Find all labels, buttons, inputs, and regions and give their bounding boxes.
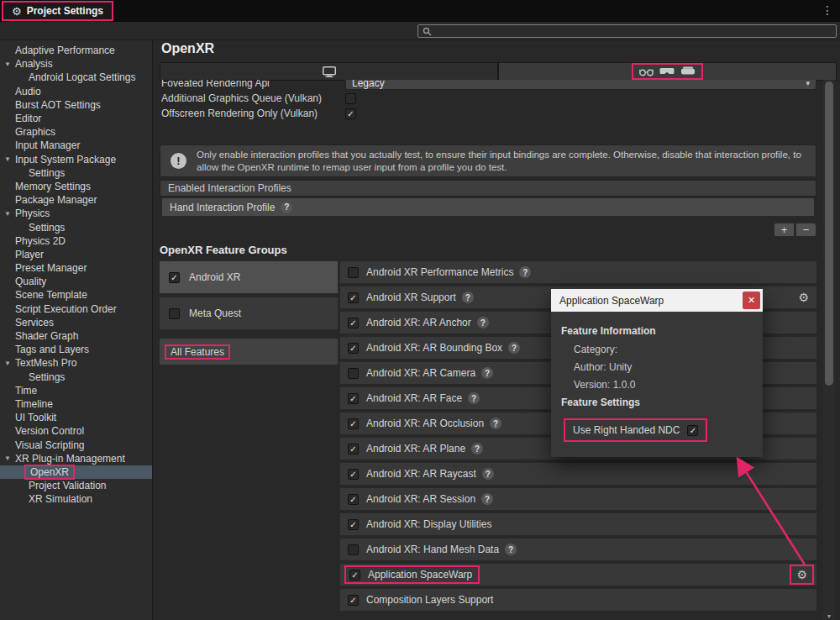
sidebar-item-services[interactable]: Services	[0, 316, 152, 329]
checkbox[interactable]: ✓	[348, 595, 359, 606]
sidebar-item-label: Project Validation	[29, 480, 107, 491]
checkbox[interactable]: ✓	[348, 494, 359, 505]
feature-group-meta-quest[interactable]: Meta Quest	[160, 297, 338, 329]
sidebar-item-settings[interactable]: Settings	[0, 166, 152, 180]
remove-profile-button[interactable]: −	[795, 223, 816, 237]
sidebar-item-input-manager[interactable]: Input Manager	[0, 139, 152, 152]
foldout-arrow-icon[interactable]: ▼	[4, 454, 15, 462]
feature-row-android-xr-ar-raycast[interactable]: ✓Android XR: AR Raycast?	[340, 463, 816, 485]
sidebar-item-label: Adaptive Performance	[15, 45, 115, 56]
sidebar-item-xr-simulation[interactable]: XR Simulation	[0, 492, 152, 506]
add-profile-button[interactable]: +	[774, 223, 795, 237]
vertical-scrollbar[interactable]: ▼	[823, 80, 835, 620]
feature-settings-gear-icon[interactable]: ⚙	[798, 292, 809, 303]
sidebar-item-input-system-package[interactable]: ▼Input System Package	[0, 153, 152, 166]
help-icon[interactable]: ?	[468, 392, 480, 404]
sidebar-item-timeline[interactable]: Timeline	[0, 397, 152, 411]
help-icon[interactable]: ?	[505, 544, 517, 555]
sidebar-item-package-manager[interactable]: Package Manager	[0, 193, 152, 207]
sidebar-item-scene-template[interactable]: Scene Template	[0, 288, 152, 302]
sidebar-item-adaptive-performance[interactable]: Adaptive Performance	[0, 44, 152, 57]
checkbox[interactable]: ✓	[348, 418, 359, 429]
sidebar-item-script-execution-order[interactable]: Script Execution Order	[0, 302, 152, 316]
feature-settings-gear-icon[interactable]: ⚙	[790, 565, 814, 585]
sidebar-item-version-control[interactable]: Version Control	[0, 424, 152, 438]
help-icon[interactable]: ?	[281, 202, 292, 213]
sidebar-item-settings[interactable]: Settings	[0, 370, 152, 384]
tab-android-xr[interactable]	[498, 62, 837, 81]
sidebar-item-physics-2d[interactable]: Physics 2D	[0, 234, 152, 248]
scrollbar-thumb[interactable]	[825, 81, 833, 386]
checkbox[interactable]: ✓	[345, 108, 356, 119]
sidebar-item-audio[interactable]: Audio	[0, 85, 152, 98]
sidebar-item-visual-scripting[interactable]: Visual Scripting	[0, 438, 152, 451]
use-right-handed-ndc-checkbox[interactable]: ✓	[687, 425, 698, 436]
foldout-arrow-icon[interactable]: ▼	[4, 60, 15, 68]
checkbox[interactable]: ✓	[169, 272, 180, 283]
checkbox[interactable]	[348, 544, 359, 555]
feature-row-android-xr-display-utilities[interactable]: ✓Android XR: Display Utilities	[340, 513, 816, 535]
help-icon[interactable]: ?	[477, 317, 489, 328]
sidebar-item-analysis[interactable]: ▼Analysis	[0, 57, 152, 71]
checkbox[interactable]: ✓	[348, 318, 359, 328]
help-icon[interactable]: ?	[471, 443, 483, 454]
checkbox[interactable]	[345, 93, 356, 104]
sidebar-item-burst-aot-settings[interactable]: Burst AOT Settings	[0, 98, 152, 112]
sidebar-item-ui-toolkit[interactable]: UI Toolkit	[0, 411, 152, 424]
sidebar-item-player[interactable]: Player	[0, 248, 152, 261]
foveated-rendering-api-dropdown[interactable]: Legacy▾	[345, 80, 816, 90]
help-icon[interactable]: ?	[490, 418, 501, 429]
scrollbar-down-arrow-icon[interactable]: ▼	[823, 613, 835, 619]
feature-group-android-xr[interactable]: ✓Android XR	[160, 261, 338, 293]
checkbox[interactable]	[348, 368, 359, 379]
help-icon[interactable]: ?	[481, 367, 493, 379]
popup-close-button[interactable]: ✕	[743, 292, 760, 309]
foldout-arrow-icon[interactable]: ▼	[4, 360, 15, 367]
checkbox[interactable]: ✓	[348, 393, 359, 404]
checkbox[interactable]: ✓	[348, 519, 359, 530]
sidebar-item-quality[interactable]: Quality	[0, 275, 152, 288]
feature-row-android-xr-performance-metrics[interactable]: Android XR Performance Metrics?	[340, 261, 816, 283]
checkbox[interactable]	[348, 267, 359, 278]
help-icon[interactable]: ?	[508, 342, 520, 354]
sidebar-item-xr-plug-in-management[interactable]: ▼XR Plug-in Management	[0, 452, 152, 465]
checkbox[interactable]	[169, 308, 180, 319]
sidebar-item-textmesh-pro[interactable]: ▼TextMesh Pro	[0, 356, 152, 370]
feature-row-android-xr-hand-mesh-data[interactable]: Android XR: Hand Mesh Data?	[340, 539, 816, 560]
sidebar-item-android-logcat-settings[interactable]: Android Logcat Settings	[0, 71, 152, 84]
checkbox[interactable]: ✓	[348, 343, 359, 354]
help-icon[interactable]: ?	[482, 468, 494, 480]
sidebar-item-editor[interactable]: Editor	[0, 112, 152, 125]
foldout-arrow-icon[interactable]: ▼	[4, 210, 15, 218]
feature-row-composition-layers-support[interactable]: ✓Composition Layers Support	[340, 589, 816, 611]
feature-row-android-xr-ar-session[interactable]: ✓Android XR: AR Session?	[340, 488, 816, 510]
sidebar-item-label: Analysis	[15, 58, 53, 70]
sidebar-item-openxr[interactable]: OpenXR	[0, 465, 152, 479]
sidebar-item-tags-and-layers[interactable]: Tags and Layers	[0, 343, 152, 356]
search-input[interactable]	[435, 26, 832, 36]
feature-group-all-features[interactable]: All Features	[160, 339, 338, 365]
checkbox[interactable]: ✓	[348, 444, 359, 454]
foldout-arrow-icon[interactable]: ▼	[4, 155, 15, 163]
help-icon[interactable]: ?	[462, 292, 474, 303]
sidebar-item-settings[interactable]: Settings	[0, 220, 152, 234]
tab-standalone[interactable]	[160, 62, 498, 81]
sidebar-item-graphics[interactable]: Graphics	[0, 125, 152, 139]
sidebar-item-preset-manager[interactable]: Preset Manager	[0, 261, 152, 275]
search-field[interactable]	[417, 24, 837, 38]
profile-row-hand-interaction-profile[interactable]: Hand Interaction Profile?	[162, 198, 814, 216]
help-icon[interactable]: ?	[481, 493, 493, 505]
help-icon[interactable]: ?	[519, 266, 531, 278]
sidebar-item-project-validation[interactable]: Project Validation	[0, 479, 152, 492]
sidebar-item-shader-graph[interactable]: Shader Graph	[0, 329, 152, 343]
feature-toggle-group: ✓Android XR: AR Plane?	[348, 443, 483, 454]
feature-row-application-spacewarp[interactable]: ✓Application SpaceWarp⚙	[340, 564, 816, 586]
window-tab-project-settings[interactable]: ⚙ Project Settings	[2, 1, 113, 21]
sidebar-item-physics[interactable]: ▼Physics	[0, 207, 152, 220]
checkbox[interactable]: ✓	[349, 570, 360, 581]
window-menu-icon[interactable]: ⋮	[822, 3, 833, 17]
checkbox[interactable]: ✓	[348, 292, 359, 303]
checkbox[interactable]: ✓	[348, 469, 359, 480]
sidebar-item-memory-settings[interactable]: Memory Settings	[0, 180, 152, 193]
sidebar-item-time[interactable]: Time	[0, 384, 152, 397]
